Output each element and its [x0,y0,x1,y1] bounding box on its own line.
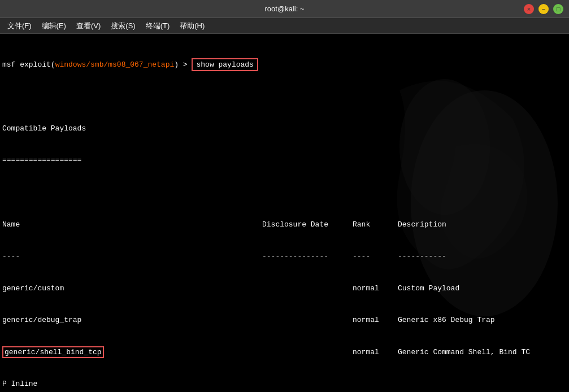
menu-search[interactable]: 搜索(S) [106,20,140,32]
payload-generic-custom: generic/customnormalCustom Payload [2,284,567,294]
col-headers: NameDisclosure DateRankDescription [2,220,567,230]
payload-p-inline: P Inline [2,379,567,390]
prompt-module: windows/smb/ms08_067_netapi [55,60,175,69]
payload-generic-shell-bind-tcp: generic/shell_bind_tcpnormalGeneric Comm… [2,347,567,358]
blank-line-1 [2,92,567,102]
payload-generic-debug-trap: generic/debug_trapnormalGeneric x86 Debu… [2,315,567,326]
menu-help[interactable]: 帮助(H) [175,20,209,32]
minimize-button[interactable]: − [538,4,549,14]
command-show-payloads: show payloads [192,58,258,71]
blank-line-2 [2,188,567,198]
titlebar: root@kali: ~ × − □ [0,0,569,18]
prompt-command-line: msf exploit(windows/smb/ms08_067_netapi)… [2,60,567,71]
section-title: Compatible Payloads [2,124,567,134]
menu-edit[interactable]: 编辑(E) [37,20,71,32]
menu-terminal[interactable]: 终端(T) [141,20,175,32]
menu-view[interactable]: 查看(V) [72,20,105,32]
menu-file[interactable]: 文件(F) [3,20,36,32]
prompt-msf: msf exploit( [2,60,55,69]
titlebar-title: root@kali: ~ [265,5,305,13]
terminal[interactable]: msf exploit(windows/smb/ms08_067_netapi)… [0,34,569,392]
titlebar-controls: × − □ [524,4,563,14]
col-dividers: ---------------------------------- [2,251,567,262]
terminal-content: msf exploit(windows/smb/ms08_067_netapi)… [2,38,567,392]
close-button[interactable]: × [524,4,534,14]
section-divider: ================== [2,155,567,166]
maximize-button[interactable]: □ [553,4,563,14]
menubar: 文件(F) 编辑(E) 查看(V) 搜索(S) 终端(T) 帮助(H) [0,18,569,34]
